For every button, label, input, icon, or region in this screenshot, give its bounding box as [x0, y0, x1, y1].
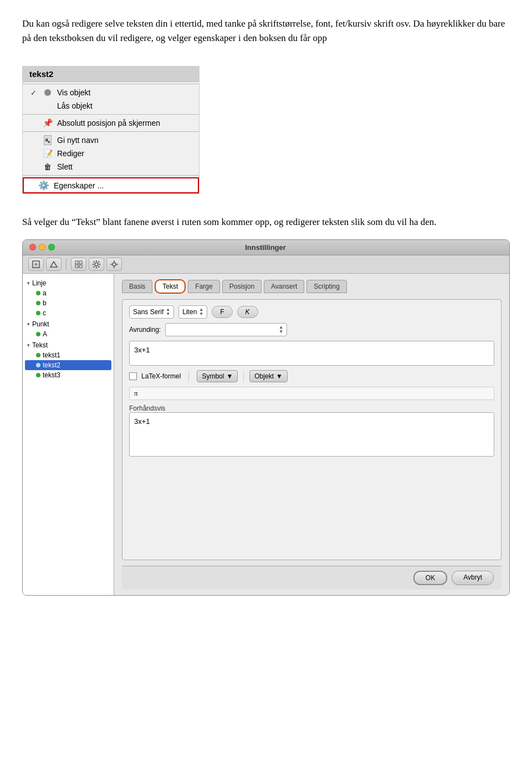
svg-marker-3 [50, 262, 57, 267]
toolbar-gear-btn[interactable] [89, 258, 104, 271]
collapse-icon-linje: ▾ [27, 280, 30, 286]
symbol-dropdown[interactable]: Symbol ▼ [197, 370, 238, 382]
menu-item-absolutt[interactable]: 📌 Absolutt posisjon på skjermen [23, 116, 199, 130]
svg-rect-4 [75, 261, 78, 264]
toolbar-triangle-btn[interactable] [46, 258, 62, 271]
tabs-row: Basis Tekst Farge Posisjon Avansert Scri… [122, 279, 502, 294]
dot-a [36, 291, 40, 295]
italic-button[interactable]: K [237, 306, 258, 318]
menu-item-rediger[interactable]: 📝 Rediger [23, 147, 199, 160]
rename-icon: ab [43, 135, 53, 145]
tab-tekst[interactable]: Tekst [155, 279, 186, 294]
item-a-label: a [43, 289, 47, 297]
tree-item-tekst3[interactable]: tekst3 [25, 370, 111, 380]
font-name-select[interactable]: Sans Serif ▲▼ [129, 305, 174, 319]
tekst-group-label: Tekst [32, 341, 48, 349]
preview-label: Forhåndsvis [129, 404, 494, 412]
svg-rect-7 [79, 265, 82, 268]
check-absolutt [30, 119, 38, 127]
mid-text: Så velger du “Tekst” blant fanene øverst… [22, 215, 510, 229]
tab-avansert[interactable]: Avansert [264, 280, 304, 293]
dot-b [36, 301, 40, 305]
tekst1-label: tekst1 [43, 351, 60, 359]
tree-item-tekst2[interactable]: tekst2 [25, 360, 111, 370]
check-vis-objekt: ✓ [30, 89, 38, 97]
edit-icon: 📝 [43, 148, 53, 158]
latex-row: LaTeX-formel Symbol ▼ Objekt ▼ [129, 370, 494, 382]
svg-point-14 [98, 266, 99, 267]
item-A-label: A [43, 330, 47, 338]
tree-item-b[interactable]: b [25, 298, 111, 308]
maximize-button[interactable] [48, 244, 55, 250]
tree-item-a[interactable]: a [25, 288, 111, 298]
svg-point-17 [112, 263, 116, 266]
latex-checkbox[interactable] [129, 372, 137, 380]
tree-group-tekst-label[interactable]: ▾ Tekst [25, 340, 111, 350]
content-inner: Sans Serif ▲▼ Liten ▲▼ F K [122, 299, 502, 560]
objekt-arrow: ▼ [276, 372, 283, 380]
objekt-label: Objekt [254, 372, 274, 380]
toolbar-select-btn[interactable] [28, 258, 44, 271]
close-button[interactable] [29, 244, 36, 250]
dot-tekst1 [36, 353, 40, 357]
cancel-button[interactable]: Avbryt [452, 571, 494, 585]
dialog-toolbar [23, 255, 509, 274]
symbol-bar: π [129, 387, 494, 400]
preview-box: 3x+1 [129, 412, 494, 457]
punkt-label: Punkt [32, 320, 49, 328]
tab-posisjon[interactable]: Posisjon [222, 280, 262, 293]
tab-scripting[interactable]: Scripting [306, 280, 347, 293]
svg-point-8 [95, 263, 98, 266]
menu-header: tekst2 [23, 66, 199, 82]
svg-point-13 [93, 261, 94, 262]
tree-group-linje-label[interactable]: ▾ Linje [25, 278, 111, 288]
svg-point-12 [99, 263, 100, 264]
rounding-arrows: ▲▼ [279, 325, 283, 334]
tree-panel: ▾ Linje a b c ▾ [23, 274, 114, 595]
item-c-label: c [43, 309, 46, 317]
menu-item-egenskaper[interactable]: ⚙️ Egenskaper ... [23, 177, 199, 193]
bold-button[interactable]: F [212, 306, 232, 318]
tree-group-punkt: ▾ Punkt A [25, 319, 111, 339]
font-row: Sans Serif ▲▼ Liten ▲▼ F K [129, 305, 494, 319]
rounding-select[interactable]: ▲▼ [165, 323, 287, 336]
las-objekt-label: Lås objekt [57, 101, 93, 110]
preview-section: Forhåndsvis 3x+1 [129, 404, 494, 457]
settings-dialog: Innstillinger [22, 239, 510, 596]
svg-point-9 [96, 260, 97, 261]
toolbar-grid-btn[interactable] [71, 258, 86, 271]
menu-item-las-objekt[interactable]: Lås objekt [23, 99, 199, 112]
collapse-icon-punkt: ▾ [27, 321, 30, 327]
pi-symbol: π [134, 389, 138, 398]
check-egenskaper [32, 181, 34, 190]
tree-item-tekst1[interactable]: tekst1 [25, 350, 111, 360]
tab-farge[interactable]: Farge [188, 280, 219, 293]
ok-button[interactable]: OK [413, 571, 447, 585]
svg-point-15 [93, 266, 94, 267]
toolbar-settings2-btn[interactable] [106, 258, 122, 271]
objekt-dropdown[interactable]: Objekt ▼ [249, 370, 288, 382]
dialog-title: Innstillinger [62, 243, 469, 252]
tekst3-label: tekst3 [43, 371, 60, 379]
menu-item-vis-objekt[interactable]: ✓ Vis objekt [23, 86, 199, 99]
symbol-label: Symbol [202, 372, 224, 380]
menu-item-gi-navn[interactable]: ab Gi nytt navn [23, 134, 199, 147]
font-size-select[interactable]: Liten ▲▼ [178, 305, 207, 319]
dialog-footer: OK Avbryt [122, 566, 502, 590]
tab-basis[interactable]: Basis [122, 280, 152, 293]
pin-icon: 📌 [43, 118, 53, 128]
text-content-display[interactable]: 3x+1 [129, 341, 494, 366]
font-size-arrows: ▲▼ [199, 308, 203, 316]
svg-point-10 [96, 267, 97, 268]
minimize-button[interactable] [39, 244, 45, 250]
dot-c [36, 311, 40, 315]
svg-rect-6 [75, 265, 78, 268]
tree-item-A[interactable]: A [25, 329, 111, 339]
svg-point-11 [93, 263, 94, 264]
rounding-label: Avrunding: [129, 326, 161, 334]
tree-group-tekst: ▾ Tekst tekst1 tekst2 tekst3 [25, 340, 111, 380]
tree-group-punkt-label[interactable]: ▾ Punkt [25, 319, 111, 329]
tree-item-c[interactable]: c [25, 308, 111, 318]
menu-item-slett[interactable]: 🗑 Slett [23, 160, 199, 173]
content-panel: Basis Tekst Farge Posisjon Avansert Scri… [114, 274, 509, 595]
